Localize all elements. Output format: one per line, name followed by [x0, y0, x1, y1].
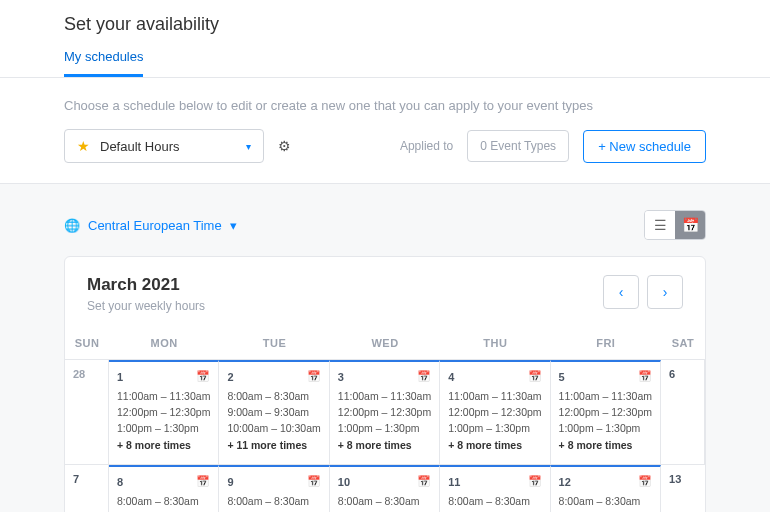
weekday-header: MON	[109, 327, 219, 360]
day-cell[interactable]: 11📅8:00am – 8:30am9:00am – 9:30am10:00am…	[440, 465, 550, 512]
day-cell[interactable]: 1📅11:00am – 11:30am12:00pm – 12:30pm1:00…	[109, 360, 219, 465]
day-number: 9📅	[227, 475, 320, 488]
day-number: 7	[73, 473, 100, 485]
time-slot: 1:00pm – 1:30pm	[448, 421, 541, 437]
more-times[interactable]: + 8 more times	[559, 438, 652, 454]
calendar-icon: 📅	[307, 475, 321, 488]
star-icon: ★	[77, 138, 90, 154]
day-cell[interactable]: 3📅11:00am – 11:30am12:00pm – 12:30pm1:00…	[330, 360, 440, 465]
calendar-icon: 📅	[638, 370, 652, 383]
calendar-icon: 📅	[417, 370, 431, 383]
time-slot: 8:00am – 8:30am	[448, 494, 541, 510]
calendar-icon: 📅	[528, 370, 542, 383]
time-slot: 12:00pm – 12:30pm	[448, 405, 541, 421]
weekday-header: FRI	[551, 327, 661, 360]
calendar-icon: 📅	[307, 370, 321, 383]
calendar-icon: 📅	[638, 475, 652, 488]
weekday-header: WED	[330, 327, 440, 360]
day-number: 4📅	[448, 370, 541, 383]
calendar-card: March 2021 Set your weekly hours ‹ › SUN…	[64, 256, 706, 512]
day-cell[interactable]: 10📅8:00am – 8:30am9:00am – 9:30am10:00am…	[330, 465, 440, 512]
day-cell[interactable]: 8📅8:00am – 8:30am9:00am – 9:30am10:00am …	[109, 465, 219, 512]
time-slot: 11:00am – 11:30am	[448, 389, 541, 405]
time-slot: 8:00am – 8:30am	[227, 494, 320, 510]
prev-month-button[interactable]: ‹	[603, 275, 639, 309]
schedule-dropdown-label: Default Hours	[100, 139, 236, 154]
caret-down-icon: ▾	[230, 218, 237, 233]
day-number: 5📅	[559, 370, 652, 383]
time-slot: 12:00pm – 12:30pm	[117, 405, 210, 421]
more-times[interactable]: + 8 more times	[338, 438, 431, 454]
weekday-header: THU	[440, 327, 550, 360]
time-slot: 12:00pm – 12:30pm	[559, 405, 652, 421]
weekday-header: TUE	[219, 327, 329, 360]
day-cell[interactable]: 7	[65, 465, 109, 512]
time-slot: 1:00pm – 1:30pm	[559, 421, 652, 437]
page-title: Set your availability	[64, 14, 706, 35]
time-slot: 1:00pm – 1:30pm	[338, 421, 431, 437]
time-slot: 8:00am – 8:30am	[227, 389, 320, 405]
day-cell[interactable]: 13	[661, 465, 705, 512]
instruction-text: Choose a schedule below to edit or creat…	[64, 98, 706, 113]
time-slot: 11:00am – 11:30am	[338, 389, 431, 405]
calendar-icon: 📅	[528, 475, 542, 488]
schedule-dropdown[interactable]: ★ Default Hours ▾	[64, 129, 264, 163]
day-number: 6	[669, 368, 696, 380]
more-times[interactable]: + 8 more times	[117, 438, 210, 454]
time-slot: 9:00am – 9:30am	[227, 405, 320, 421]
day-number: 11📅	[448, 475, 541, 488]
day-cell[interactable]: 5📅11:00am – 11:30am12:00pm – 12:30pm1:00…	[551, 360, 661, 465]
weekday-header: SAT	[661, 327, 705, 360]
day-number: 10📅	[338, 475, 431, 488]
day-number: 13	[669, 473, 697, 485]
time-slot: 8:00am – 8:30am	[559, 494, 652, 510]
more-times[interactable]: + 8 more times	[448, 438, 541, 454]
time-slot: 10:00am – 10:30am	[227, 421, 320, 437]
day-cell[interactable]: 4📅11:00am – 11:30am12:00pm – 12:30pm1:00…	[440, 360, 550, 465]
day-cell[interactable]: 2📅8:00am – 8:30am9:00am – 9:30am10:00am …	[219, 360, 329, 465]
day-number: 2📅	[227, 370, 320, 383]
tab-my-schedules[interactable]: My schedules	[64, 49, 143, 77]
applied-to-label: Applied to	[400, 139, 453, 153]
calendar-icon: 📅	[196, 475, 210, 488]
month-subtitle: Set your weekly hours	[87, 299, 603, 313]
time-slot: 11:00am – 11:30am	[117, 389, 210, 405]
day-cell[interactable]: 12📅8:00am – 8:30am9:00am – 9:30am10:00am…	[551, 465, 661, 512]
time-slot: 8:00am – 8:30am	[338, 494, 431, 510]
day-number: 8📅	[117, 475, 210, 488]
applied-count[interactable]: 0 Event Types	[467, 130, 569, 162]
globe-icon: 🌐	[64, 218, 80, 233]
day-number: 12📅	[559, 475, 652, 488]
calendar-icon: 📅	[417, 475, 431, 488]
weekday-header: SUN	[65, 327, 109, 360]
day-cell[interactable]: 6	[661, 360, 705, 465]
time-slot: 12:00pm – 12:30pm	[338, 405, 431, 421]
time-slot: 8:00am – 8:30am	[117, 494, 210, 510]
view-toggle: ☰ 📅	[644, 210, 706, 240]
day-number: 28	[73, 368, 100, 380]
next-month-button[interactable]: ›	[647, 275, 683, 309]
more-times[interactable]: + 11 more times	[227, 438, 320, 454]
day-cell[interactable]: 9📅8:00am – 8:30am9:00am – 9:30am10:00am …	[219, 465, 329, 512]
timezone-select[interactable]: Central European Time	[88, 218, 222, 233]
new-schedule-button[interactable]: + New schedule	[583, 130, 706, 163]
gear-icon[interactable]: ⚙	[278, 138, 291, 154]
time-slot: 11:00am – 11:30am	[559, 389, 652, 405]
day-cell[interactable]: 28	[65, 360, 109, 465]
list-view-button[interactable]: ☰	[645, 211, 675, 239]
time-slot: 1:00pm – 1:30pm	[117, 421, 210, 437]
day-number: 1📅	[117, 370, 210, 383]
day-number: 3📅	[338, 370, 431, 383]
calendar-view-button[interactable]: 📅	[675, 211, 705, 239]
calendar-icon: 📅	[196, 370, 210, 383]
month-label: March 2021	[87, 275, 603, 295]
chevron-down-icon: ▾	[246, 141, 251, 152]
